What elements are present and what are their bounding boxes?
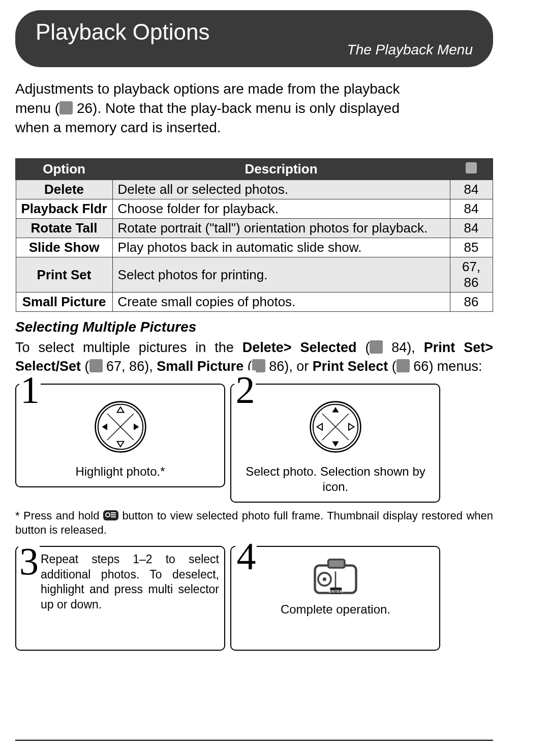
svg-marker-13 — [332, 442, 339, 447]
th-description: Description — [112, 159, 450, 180]
table-row: Print Set Select photos for printing. 67… — [16, 257, 493, 293]
svg-text:ENTER: ENTER — [329, 589, 343, 594]
step-caption: Select photo. Selection shown by icon. — [236, 464, 434, 495]
options-table: Option Description Delete Delete all or … — [15, 158, 493, 312]
table-row: Delete Delete all or selected photos. 84 — [16, 180, 493, 199]
section-header: Playback Options The Playback Menu — [15, 10, 493, 67]
svg-marker-4 — [117, 407, 124, 412]
svg-marker-7 — [134, 424, 139, 430]
step-number: 1 — [19, 370, 41, 409]
step-number: 4 — [235, 537, 257, 575]
table-row: Small Picture Create small copies of pho… — [16, 293, 493, 312]
step-3-box: 3 Repeat steps 1–2 to select additional … — [15, 546, 225, 651]
step-number: 3 — [18, 542, 40, 580]
steps-row-2: 3 Repeat steps 1–2 to select additional … — [15, 546, 493, 654]
step-1-box: 1 Highlight photo.* — [15, 384, 225, 487]
step-caption: Complete operation. — [236, 602, 434, 617]
page-ref-icon — [370, 340, 383, 354]
svg-marker-12 — [332, 407, 339, 412]
page-title: Playback Options — [36, 19, 473, 45]
th-page-icon — [450, 159, 493, 180]
svg-rect-17 — [328, 560, 345, 568]
page-ref-icon — [59, 101, 73, 114]
camera-icon: ENTER — [236, 551, 434, 602]
thumbnail-button-icon — [103, 510, 118, 520]
svg-point-19 — [323, 577, 326, 581]
page-ref-icon — [89, 359, 103, 372]
step-caption: Highlight photo.* — [21, 464, 219, 479]
footnote: * Press and hold button to view selected… — [15, 509, 493, 537]
svg-marker-5 — [117, 442, 124, 447]
page-ref-icon — [396, 359, 410, 372]
step-number: 2 — [234, 370, 256, 409]
step-2-box: 2 Select photo. Selection shown by icon. — [230, 384, 440, 503]
manual-page: Playback Options The Playback Menu Adjus… — [15, 10, 493, 741]
th-option: Option — [16, 159, 112, 180]
page-subtitle: The Playback Menu — [347, 42, 473, 58]
step-4-box: 4 ENTER Complete operation. — [230, 546, 440, 651]
intro-paragraph: Adjustments to playback options are made… — [15, 79, 412, 137]
table-row: Playback Fldr Choose folder for playback… — [16, 199, 493, 219]
dpad-icon — [302, 394, 369, 460]
svg-marker-14 — [317, 424, 322, 430]
step-3-text: Repeat steps 1–2 to select additional ph… — [41, 552, 219, 612]
svg-marker-6 — [102, 424, 107, 430]
steps-row-1: 1 Highlight photo.* — [15, 384, 493, 506]
subsection-heading: Selecting Multiple Pictures — [15, 319, 493, 335]
dpad-icon — [87, 394, 154, 460]
page-ref-icon — [466, 162, 477, 173]
table-row: Rotate Tall Rotate portrait ("tall") ori… — [16, 219, 493, 238]
table-row: Slide Show Play photos back in automatic… — [16, 238, 493, 257]
svg-marker-15 — [349, 424, 354, 430]
